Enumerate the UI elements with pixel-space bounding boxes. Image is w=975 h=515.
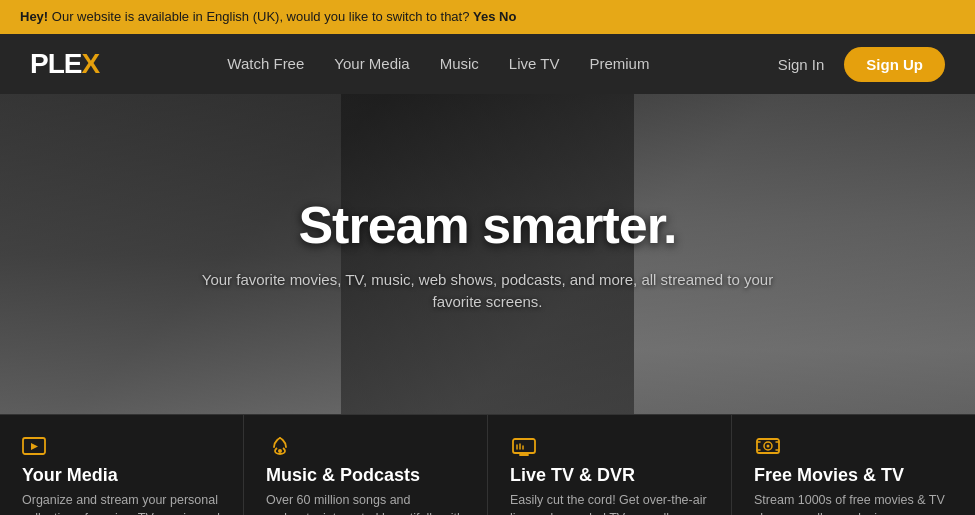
feature-free-movies: Free Movies & TV Stream 1000s of free mo… (732, 415, 975, 515)
media-icon (22, 435, 221, 457)
nav-link-music[interactable]: Music (440, 55, 479, 72)
nav-item-music[interactable]: Music (440, 55, 479, 73)
nav-item-premium[interactable]: Premium (589, 55, 649, 73)
svg-point-2 (278, 449, 282, 453)
feature-live-tv-title: Live TV & DVR (510, 465, 709, 486)
logo[interactable]: PLEX (30, 48, 99, 80)
feature-free-movies-title: Free Movies & TV (754, 465, 953, 486)
alert-banner: Hey! Our website is available in English… (0, 0, 975, 34)
music-icon (266, 435, 465, 457)
nav-link-live-tv[interactable]: Live TV (509, 55, 560, 72)
svg-point-11 (767, 445, 770, 448)
feature-music-podcasts-title: Music & Podcasts (266, 465, 465, 486)
navbar: PLEX Watch Free Your Media Music Live TV… (0, 34, 975, 94)
logo-x: X (81, 48, 99, 79)
hero-title: Stream smarter. (188, 195, 788, 255)
feature-your-media-desc: Organize and stream your personal collec… (22, 492, 221, 515)
tv-icon (510, 435, 709, 457)
nav-link-watch-free[interactable]: Watch Free (227, 55, 304, 72)
nav-link-premium[interactable]: Premium (589, 55, 649, 72)
features-section: Your Media Organize and stream your pers… (0, 414, 975, 515)
sign-up-button[interactable]: Sign Up (844, 47, 945, 82)
svg-marker-1 (31, 443, 38, 450)
hero-content: Stream smarter. Your favorite movies, TV… (168, 195, 808, 314)
nav-actions: Sign In Sign Up (778, 47, 945, 82)
nav-item-watch-free[interactable]: Watch Free (227, 55, 304, 73)
sign-in-link[interactable]: Sign In (778, 56, 825, 73)
nav-links: Watch Free Your Media Music Live TV Prem… (227, 55, 649, 73)
feature-your-media: Your Media Organize and stream your pers… (0, 415, 244, 515)
nav-item-your-media[interactable]: Your Media (334, 55, 409, 73)
hero-subtitle: Your favorite movies, TV, music, web sho… (188, 269, 788, 314)
alert-yes-link[interactable]: Yes (473, 9, 495, 24)
nav-link-your-media[interactable]: Your Media (334, 55, 409, 72)
feature-live-tv-desc: Easily cut the cord! Get over-the-air li… (510, 492, 709, 515)
alert-no-link[interactable]: No (499, 9, 516, 24)
feature-your-media-title: Your Media (22, 465, 221, 486)
free-icon (754, 435, 953, 457)
nav-item-live-tv[interactable]: Live TV (509, 55, 560, 73)
feature-free-movies-desc: Stream 1000s of free movies & TV shows o… (754, 492, 953, 515)
feature-live-tv: Live TV & DVR Easily cut the cord! Get o… (488, 415, 732, 515)
hero-section: Stream smarter. Your favorite movies, TV… (0, 94, 975, 414)
feature-music-podcasts-desc: Over 60 million songs and podcasts, inte… (266, 492, 465, 515)
feature-music-podcasts: Music & Podcasts Over 60 million songs a… (244, 415, 488, 515)
